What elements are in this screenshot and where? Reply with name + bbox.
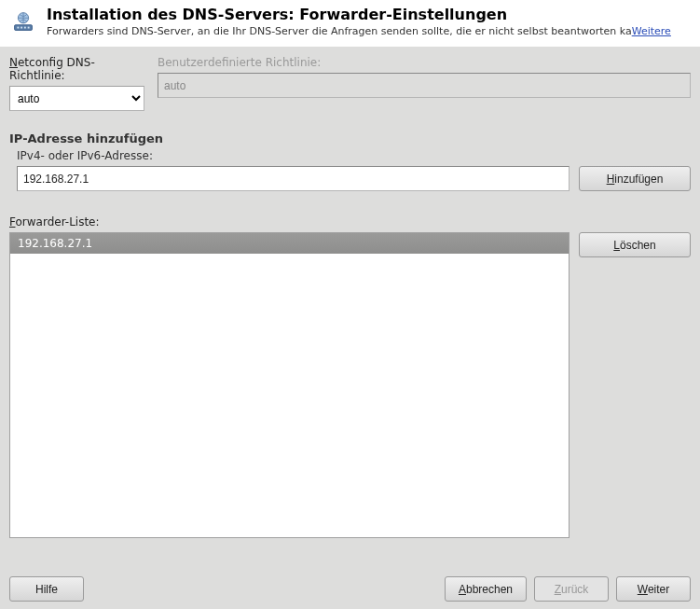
next-button[interactable]: Weiter: [616, 576, 691, 602]
netconfig-policy-dropdown[interactable]: auto: [9, 86, 144, 111]
help-button[interactable]: Hilfe: [9, 576, 84, 602]
add-button[interactable]: Hinzufügen: [579, 166, 691, 191]
subtitle-text: Forwarders sind DNS-Server, an die Ihr D…: [47, 25, 632, 37]
btn-text: öschen: [620, 239, 656, 252]
content: Netconfig DNS-Richtlinie: auto Benutzerd…: [0, 47, 700, 547]
abort-button[interactable]: Abbrechen: [445, 576, 527, 602]
ip-address-input[interactable]: [17, 166, 570, 191]
spacer: [91, 576, 437, 602]
btn-mnemonic: Z: [555, 583, 561, 596]
btn-text: bbrechen: [466, 583, 513, 596]
btn-mnemonic: L: [613, 239, 620, 252]
add-ip-section-title: IP-Adresse hinzufügen: [9, 131, 691, 145]
dns-server-icon: [9, 7, 37, 35]
ip-address-label: IPv4- oder IPv6-Adresse:: [17, 149, 691, 162]
header: Installation des DNS-Servers: Forwarder-…: [0, 0, 700, 47]
custom-policy-label: Benutzerdefinierte Richtlinie:: [158, 56, 691, 69]
forwarder-list-label: Forwarder-Liste:: [9, 215, 691, 228]
btn-mnemonic: H: [607, 173, 615, 186]
more-info-link[interactable]: Weitere: [632, 25, 671, 37]
page-title: Installation des DNS-Servers: Forwarder-…: [47, 6, 691, 23]
svg-rect-1: [17, 27, 19, 29]
list-item[interactable]: 192.168.27.1: [10, 233, 569, 254]
btn-text: inzufügen: [614, 173, 663, 186]
forwarder-listbox[interactable]: 192.168.27.1: [9, 232, 570, 538]
btn-text: urück: [561, 583, 588, 596]
svg-rect-4: [28, 27, 30, 29]
btn-mnemonic: W: [638, 583, 648, 596]
btn-text: eiter: [648, 583, 669, 596]
svg-rect-2: [21, 27, 22, 29]
page-subtitle: Forwarders sind DNS-Server, an die Ihr D…: [47, 25, 691, 37]
delete-button[interactable]: Löschen: [579, 232, 691, 257]
footer: Hilfe Abbrechen Zurück Weiter: [9, 576, 691, 602]
header-text: Installation des DNS-Servers: Forwarder-…: [47, 6, 691, 37]
netconfig-policy-label: Netconfig DNS-Richtlinie:: [9, 56, 144, 82]
custom-policy-input: [158, 73, 691, 98]
svg-rect-3: [24, 27, 26, 29]
btn-mnemonic: A: [459, 583, 466, 596]
back-button: Zurück: [534, 576, 609, 602]
